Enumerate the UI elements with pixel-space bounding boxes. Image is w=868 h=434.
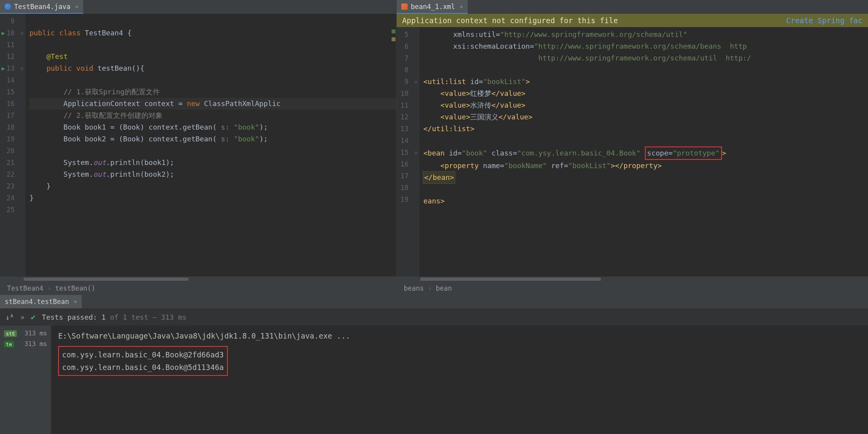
check-icon: ✔ bbox=[31, 312, 36, 322]
right-tab-bar: bean4_1.xml × bbox=[397, 0, 868, 14]
close-icon[interactable]: × bbox=[74, 298, 77, 305]
test-tree[interactable]: stE313 ms te313 ms bbox=[0, 326, 51, 434]
tab-testbean4[interactable]: TestBean4.java × bbox=[0, 0, 83, 14]
left-gutter: 9 ▶10 11 12 ▶13 14 15 16 17 18 19 20 21 … bbox=[0, 14, 18, 277]
left-tab-bar: TestBean4.java × bbox=[0, 0, 396, 14]
left-code[interactable]: public class TestBean4 { @Test public vo… bbox=[26, 14, 396, 277]
java-file-icon bbox=[5, 4, 11, 10]
tab-bean4-xml[interactable]: bean4_1.xml × bbox=[397, 0, 468, 14]
right-gutter: 5 6 7 8 9 10 11 12 13 14 15 16 17 18 19 bbox=[397, 27, 412, 277]
output-highlight: com.ysy.learn.basic_04.Book@2fd66ad3 com… bbox=[58, 346, 228, 376]
left-breadcrumb[interactable]: TestBean4›testBean() bbox=[0, 282, 396, 295]
fold-icon[interactable]: ⊟ bbox=[415, 150, 417, 155]
fold-column: ⊟ ⊟ bbox=[18, 14, 26, 277]
close-icon[interactable]: × bbox=[460, 4, 463, 10]
create-spring-facet-link[interactable]: Create Spring fac bbox=[786, 16, 863, 25]
fold-column: ⊟ ⊟ bbox=[412, 27, 419, 277]
test-tree-row[interactable]: te313 ms bbox=[0, 339, 51, 349]
run-test-icon[interactable]: ▶ bbox=[2, 62, 5, 74]
close-icon[interactable]: × bbox=[75, 4, 78, 10]
spring-config-banner: Application context not configured for t… bbox=[397, 14, 868, 27]
run-tab-bar: stBean4.testBean× bbox=[0, 295, 868, 308]
right-code[interactable]: xmlns:util="http://www.springframework.o… bbox=[419, 27, 868, 277]
tab-label: bean4_1.xml bbox=[411, 3, 455, 11]
test-toolbar: ↓ᴬ » ✔ Tests passed: 1 of 1 test – 313 m… bbox=[0, 308, 868, 326]
scope-highlight: scope="prototype" bbox=[645, 146, 722, 160]
h-scrollbar[interactable] bbox=[0, 277, 396, 282]
marker-ok bbox=[392, 29, 396, 33]
run-tab-testbean[interactable]: stBean4.testBean× bbox=[0, 295, 82, 308]
h-scrollbar[interactable] bbox=[397, 277, 868, 282]
expand-icon[interactable]: » bbox=[20, 313, 25, 321]
tab-label: TestBean4.java bbox=[14, 3, 70, 11]
right-breadcrumb[interactable]: beans›bean bbox=[397, 282, 868, 295]
test-tree-row[interactable]: stE313 ms bbox=[0, 328, 51, 339]
xml-file-icon bbox=[401, 4, 408, 10]
marker-warn bbox=[392, 37, 396, 41]
fold-icon[interactable]: ⊟ bbox=[415, 80, 417, 84]
fold-icon[interactable]: ⊟ bbox=[21, 66, 23, 71]
run-class-icon[interactable]: ▶ bbox=[2, 27, 5, 39]
fold-icon[interactable]: ⊟ bbox=[21, 31, 23, 35]
console-output[interactable]: E:\Software\Language\Java\Java8\jdk\jdk1… bbox=[51, 326, 868, 434]
sort-icon[interactable]: ↓ᴬ bbox=[5, 313, 14, 321]
